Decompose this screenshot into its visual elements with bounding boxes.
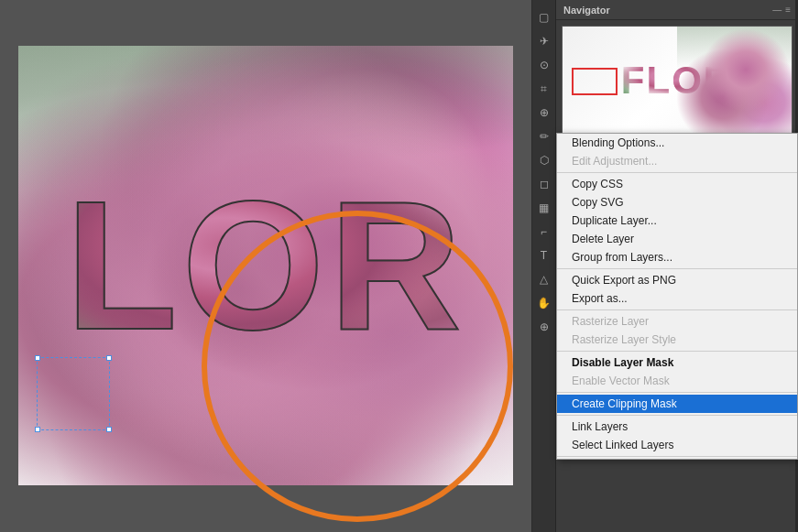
- navigator-close-btn[interactable]: ≡: [785, 5, 791, 15]
- menu-separator-sep3: [557, 309, 797, 310]
- menu-item-link-layers[interactable]: Link Layers: [557, 418, 797, 436]
- menu-item-export-as[interactable]: Export as...: [557, 289, 797, 308]
- menu-item-copy-css[interactable]: Copy CSS: [557, 175, 797, 193]
- menu-separator-sep4: [557, 351, 797, 352]
- toolbar-icon-eyedropper[interactable]: ⊕: [534, 103, 554, 123]
- menu-item-create-clipping-mask[interactable]: Create Clipping Mask: [557, 395, 797, 413]
- toolbar-icon-shape[interactable]: △: [534, 269, 554, 289]
- menu-item-delete-layer[interactable]: Delete Layer: [557, 230, 797, 248]
- selection-handle-tr: [106, 355, 112, 361]
- toolbar-icon-lasso[interactable]: ⊙: [534, 55, 554, 75]
- navigator-collapse-btn[interactable]: —: [772, 5, 782, 15]
- menu-item-rasterize-layer-style: Rasterize Layer Style: [557, 331, 797, 349]
- menu-item-disable-layer-mask[interactable]: Disable Layer Mask: [557, 353, 797, 372]
- menu-item-copy-svg[interactable]: Copy SVG: [557, 193, 797, 212]
- menu-item-quick-export[interactable]: Quick Export as PNG: [557, 271, 797, 289]
- nav-preview-flowers: [677, 27, 792, 135]
- menu-separator-sep1: [557, 172, 797, 173]
- toolbar-icon-crop[interactable]: ⌗: [534, 79, 554, 99]
- menu-separator-sep6: [557, 415, 797, 416]
- canvas-lor-text: LOR: [65, 160, 465, 371]
- toolbar-icon-text[interactable]: T: [534, 245, 554, 266]
- menu-item-blending-options[interactable]: Blending Options...: [557, 134, 797, 152]
- toolbar: ▢ ✈ ⊙ ⌗ ⊕ ✏ ⬡ ◻ ▦ ⌐ T △ ✋ ⊕: [532, 0, 556, 532]
- toolbar-icon-gradient[interactable]: ▦: [534, 198, 554, 218]
- toolbar-icon-stamp[interactable]: ⬡: [534, 150, 554, 170]
- toolbar-icon-pen[interactable]: ⌐: [534, 222, 554, 242]
- selection-handle-tl: [35, 355, 40, 361]
- toolbar-icon-eraser[interactable]: ◻: [534, 174, 554, 194]
- menu-item-enable-vector-mask: Enable Vector Mask: [557, 372, 797, 390]
- menu-separator-sep7: [557, 456, 797, 457]
- right-panel: ▢ ✈ ⊙ ⌗ ⊕ ✏ ⬡ ◻ ▦ ⌐ T △ ✋ ⊕ Navigator — …: [531, 0, 798, 532]
- nav-preview-content: FLOR: [563, 27, 792, 135]
- navigator-preview: FLOR: [562, 26, 793, 136]
- selection-handle-bl: [35, 427, 40, 432]
- nav-viewport-indicator: [572, 68, 618, 95]
- menu-item-edit-adjustment: Edit Adjustment...: [557, 152, 797, 170]
- menu-item-rasterize-layer: Rasterize Layer: [557, 312, 797, 331]
- navigator-panel-title: Navigator: [563, 5, 610, 16]
- selection-box: [37, 357, 110, 430]
- navigator-panel-controls: — ≡: [772, 5, 791, 15]
- toolbar-icon-zoom[interactable]: ⊕: [534, 317, 554, 337]
- context-menu: Blending Options...Edit Adjustment...Cop…: [556, 133, 798, 460]
- toolbar-icon-select[interactable]: ▢: [534, 7, 554, 27]
- navigator-panel: Navigator — ≡ FLOR − +: [556, 0, 798, 147]
- canvas-area: LOR: [0, 0, 531, 532]
- toolbar-icon-move[interactable]: ✈: [534, 31, 554, 51]
- toolbar-icon-brush[interactable]: ✏: [534, 126, 554, 147]
- toolbar-icon-hand[interactable]: ✋: [534, 293, 554, 313]
- menu-separator-sep2: [557, 268, 797, 269]
- menu-item-group-from-layers[interactable]: Group from Layers...: [557, 248, 797, 266]
- canvas-text-wrapper: LOR: [65, 160, 465, 371]
- selection-handle-br: [106, 427, 112, 432]
- menu-item-select-linked-layers[interactable]: Select Linked Layers: [557, 436, 797, 454]
- menu-separator-sep5: [557, 392, 797, 393]
- navigator-panel-header: Navigator — ≡: [556, 0, 798, 20]
- menu-item-duplicate-layer[interactable]: Duplicate Layer...: [557, 212, 797, 230]
